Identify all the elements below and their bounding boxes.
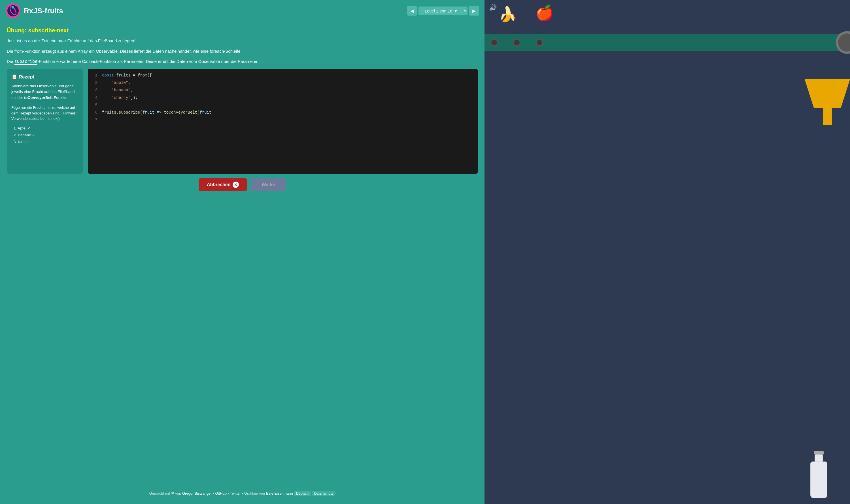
action-buttons: Abbrechen ✕ Weiter	[7, 174, 478, 194]
footer-dot3: •	[242, 491, 244, 496]
code-line-3: 3 "banana",	[88, 86, 478, 94]
bottle-body	[810, 462, 827, 498]
weiter-button[interactable]: Weiter	[251, 178, 286, 191]
desc3-suffix: -Funktion erwartet eine Callback-Funktio…	[37, 59, 258, 64]
apple-fruit: 🍎	[536, 4, 554, 21]
recipe-body1: Abonniere das Observable und gebe jeweil…	[11, 83, 79, 101]
footer-grafiken-von: Grafiken von	[244, 491, 265, 496]
footer-privacy-badge[interactable]: Datenschutz	[312, 491, 336, 496]
level-nav: ◀ Level 2 von 16 ▼ ▶	[407, 6, 479, 16]
main-content: Übung: subscribe-next Jetzt ist es an de…	[0, 21, 485, 488]
code-line-1: 1 const fruits = from([	[88, 72, 478, 79]
logo-icon	[6, 3, 20, 18]
description3: Die subscribe-Funktion erwartet eine Cal…	[7, 58, 478, 65]
desc3-prefix: Die	[7, 59, 15, 64]
right-panel: 🔊 🍌 🍎	[485, 0, 850, 504]
recipe-body1-suffix: -Funktion.	[53, 95, 70, 100]
svg-point-3	[12, 6, 14, 8]
footer-artist-link[interactable]: Bele Eisenmann	[266, 491, 293, 496]
big-roller	[836, 31, 850, 54]
code-line-5: 5	[88, 102, 478, 109]
header: RxJS-fruits ◀ Level 2 von 16 ▼ ▶	[0, 0, 485, 21]
fruit-number: 3.	[14, 140, 18, 144]
line-content: "cherry"]);	[102, 95, 138, 101]
fruit-name: Kirsche	[18, 140, 31, 144]
bottle-cap	[814, 451, 824, 454]
footer-lang-badge[interactable]: Deutsch	[294, 491, 311, 496]
fruit-name: Apfel ✓	[18, 126, 31, 130]
milk-bottle	[810, 451, 827, 498]
footer-dot2: •	[228, 491, 230, 496]
line-num: 2	[88, 79, 102, 86]
line-num: 6	[88, 109, 102, 115]
prev-level-button[interactable]: ◀	[407, 6, 417, 16]
fruit-number: 2.	[14, 133, 18, 137]
code-line-4: 4 "cherry"]);	[88, 94, 478, 102]
exercise-title: Übung: subscribe-next	[7, 27, 478, 34]
fruit-name: Banane ✓	[18, 133, 35, 137]
cancel-label: Abbrechen	[207, 182, 231, 187]
description2: Die from-Funktion erzeugt aus einem Arra…	[7, 48, 478, 55]
funnel-shape	[805, 79, 850, 125]
footer-github-link[interactable]: GitHub	[215, 491, 227, 496]
recipe-hint: Füge nur die Früchte hinzu, welche auf d…	[11, 105, 79, 122]
line-num: 1	[88, 72, 102, 78]
fruit-number: 1.	[14, 126, 18, 130]
recipe-bold: toConveyorBelt	[24, 95, 53, 100]
footer-twitter-link[interactable]: Twitter	[230, 491, 241, 496]
next-level-button[interactable]: ▶	[469, 6, 479, 16]
line-content: "apple",	[102, 79, 131, 86]
code-line-2: 2 "apple",	[88, 79, 478, 86]
code-lines: 1 const fruits = from([ 2 "apple", 3 "ba…	[88, 69, 478, 127]
list-item: 3. Kirsche	[14, 139, 79, 145]
level-selector[interactable]: Level 2 von 16 ▼	[418, 6, 468, 15]
belt-roller	[536, 38, 543, 47]
line-content	[102, 102, 104, 108]
belt-roller	[490, 38, 498, 47]
footer-author-link[interactable]: Gregor Biswanger	[182, 491, 212, 496]
line-content: fruits.subscribe(fruit => toConveyorBelt…	[102, 109, 212, 115]
line-num: 7	[88, 117, 102, 123]
code-line-7: 7	[88, 116, 478, 124]
funnel-neck	[823, 108, 832, 125]
subscribe-code-inline: subscribe	[15, 59, 37, 65]
line-content: "banana",	[102, 87, 133, 93]
recipe-card: 📋 Rezept Abonniere das Observable und ge…	[7, 69, 83, 174]
code-editor[interactable]: 1 const fruits = from([ 2 "apple", 3 "ba…	[88, 69, 478, 174]
footer-made-with: Gemacht mit ❤ von	[149, 491, 181, 496]
line-num: 4	[88, 95, 102, 101]
line-num: 3	[88, 87, 102, 93]
banana-fruit: 🍌	[499, 6, 517, 23]
recipe-title: 📋 Rezept	[11, 74, 79, 80]
line-num: 5	[88, 102, 102, 108]
list-item: 2. Banane ✓	[14, 132, 79, 139]
funnel-top	[805, 79, 850, 108]
description1: Jetzt ist es an der Zeit, ein paar Früch…	[7, 38, 478, 44]
conveyor-area: 🍌 🍎	[485, 0, 850, 51]
list-item: 1. Apfel ✓	[14, 125, 79, 132]
line-content	[102, 117, 104, 123]
footer: Gemacht mit ❤ von Gregor Biswanger • Git…	[0, 488, 485, 498]
app-title: RxJS-fruits	[24, 6, 63, 15]
fruit-list: 1. Apfel ✓ 2. Banane ✓ 3. Kirsche	[11, 125, 79, 146]
conveyor-belt	[485, 34, 850, 51]
cards-area: 📋 Rezept Abonniere das Observable und ge…	[7, 69, 478, 174]
cancel-button[interactable]: Abbrechen ✕	[199, 178, 247, 191]
bottle-neck	[815, 454, 823, 462]
line-content: const fruits = from([	[102, 72, 152, 78]
cancel-icon: ✕	[233, 182, 239, 188]
belt-roller	[513, 38, 521, 47]
logo-container: RxJS-fruits	[6, 3, 63, 18]
code-line-6: 6 fruits.subscribe(fruit => toConveyorBe…	[88, 109, 478, 116]
